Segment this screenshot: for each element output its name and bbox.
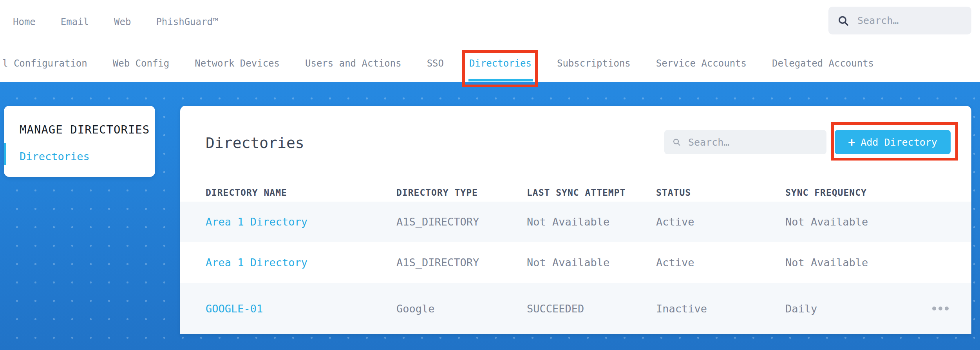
tab-directories[interactable]: Directories xyxy=(469,44,532,82)
directory-type: A1S_DIRECTORY xyxy=(396,216,527,228)
sync-frequency: Not Available xyxy=(785,256,928,269)
status: Active xyxy=(656,216,785,228)
nav-item-phishguard[interactable]: PhishGuard™ xyxy=(156,16,218,27)
table-row: Area 1 Directory A1S_DIRECTORY Not Avail… xyxy=(180,202,971,242)
directory-name-link[interactable]: Area 1 Directory xyxy=(206,256,396,269)
table-header-row: DIRECTORY NAME DIRECTORY TYPE LAST SYNC … xyxy=(180,184,971,201)
col-status: STATUS xyxy=(656,188,785,198)
annotation-box-directories-tab xyxy=(462,50,538,87)
directories-search[interactable] xyxy=(664,130,826,154)
settings-subnav: l Configuration Web Config Network Devic… xyxy=(0,44,980,82)
table-row: GOOGLE-01 Google SUCCEEDED Inactive Dail… xyxy=(180,283,971,334)
col-last-sync-attempt: LAST SYNC ATTEMPT xyxy=(527,188,656,198)
search-icon xyxy=(837,14,850,27)
last-sync-attempt: Not Available xyxy=(527,216,656,228)
tab-users-and-actions[interactable]: Users and Actions xyxy=(305,44,401,82)
status: Active xyxy=(656,256,785,269)
tab-email-configuration[interactable]: l Configuration xyxy=(2,44,87,82)
tab-service-accounts[interactable]: Service Accounts xyxy=(656,44,747,82)
plus-icon: + xyxy=(848,136,855,148)
tab-web-config[interactable]: Web Config xyxy=(113,44,170,82)
active-item-indicator xyxy=(4,143,6,165)
manage-directories-card: MANAGE DIRECTORIES Directories xyxy=(4,106,155,177)
add-directory-wrap: + Add Directory xyxy=(835,130,951,154)
directory-name-link[interactable]: Area 1 Directory xyxy=(206,216,396,228)
sidebar-title: MANAGE DIRECTORIES xyxy=(20,123,150,136)
sync-frequency: Daily xyxy=(785,303,928,315)
top-nav: Home Email Web PhishGuard™ xyxy=(0,16,218,27)
directories-search-input[interactable] xyxy=(687,136,819,148)
directories-panel: Directories + Add Directory DIRECTORY NA… xyxy=(180,106,971,334)
global-search[interactable] xyxy=(828,7,971,34)
search-icon xyxy=(672,137,681,147)
nav-item-email[interactable]: Email xyxy=(61,16,89,27)
app-root: Home Email Web PhishGuard™ l Configurati… xyxy=(0,0,980,350)
tab-subscriptions[interactable]: Subscriptions xyxy=(557,44,631,82)
status: Inactive xyxy=(656,303,785,315)
col-directory-type: DIRECTORY TYPE xyxy=(396,188,527,198)
global-search-input[interactable] xyxy=(857,14,963,27)
table-row: Area 1 Directory A1S_DIRECTORY Not Avail… xyxy=(180,242,971,283)
directory-name-link[interactable]: GOOGLE-01 xyxy=(206,303,396,315)
panel-title: Directories xyxy=(206,133,304,153)
tab-sso[interactable]: SSO xyxy=(427,44,444,82)
row-actions-menu-icon[interactable] xyxy=(928,303,971,314)
top-header: Home Email Web PhishGuard™ xyxy=(0,0,980,44)
add-directory-button[interactable]: + Add Directory xyxy=(835,130,951,154)
active-tab-underline xyxy=(468,79,533,81)
last-sync-attempt: SUCCEEDED xyxy=(527,303,656,315)
nav-item-home[interactable]: Home xyxy=(13,16,36,27)
last-sync-attempt: Not Available xyxy=(527,256,656,269)
directory-type: A1S_DIRECTORY xyxy=(396,256,527,269)
sidebar-item-directories[interactable]: Directories xyxy=(20,150,90,162)
nav-item-web[interactable]: Web xyxy=(114,16,131,27)
add-directory-label: Add Directory xyxy=(861,137,937,148)
col-directory-name: DIRECTORY NAME xyxy=(206,188,396,198)
tab-delegated-accounts[interactable]: Delegated Accounts xyxy=(772,44,874,82)
tab-network-devices[interactable]: Network Devices xyxy=(195,44,280,82)
sync-frequency: Not Available xyxy=(785,216,928,228)
directory-type: Google xyxy=(396,303,527,315)
tab-directories-label: Directories xyxy=(469,58,532,69)
col-sync-frequency: SYNC FREQUENCY xyxy=(785,188,928,198)
